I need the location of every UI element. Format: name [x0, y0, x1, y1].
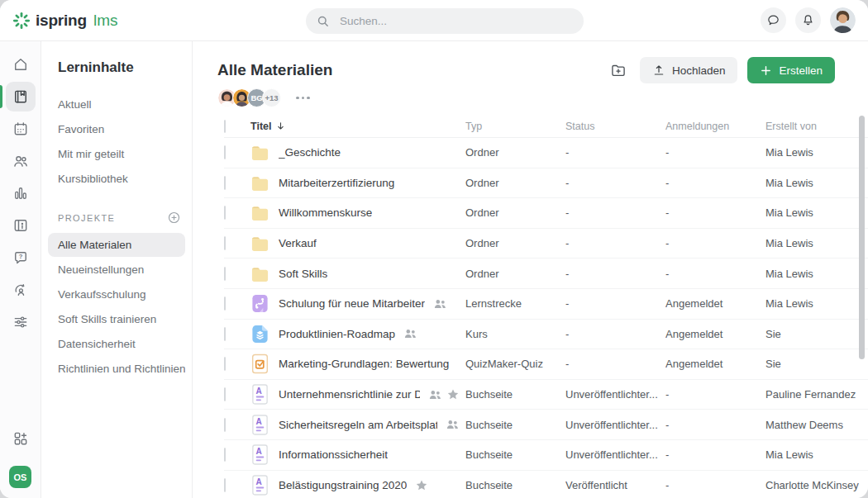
- favorite-star-icon[interactable]: [447, 389, 459, 400]
- rail-apps[interactable]: [0, 423, 41, 454]
- status-cell: -: [565, 297, 665, 310]
- page-type-icon: A: [250, 474, 269, 496]
- notifications-button[interactable]: [795, 7, 821, 33]
- messages-button[interactable]: [761, 7, 786, 33]
- status-cell: -: [565, 237, 665, 249]
- created-by-cell: Mia Lewis: [765, 237, 868, 249]
- row-checkbox[interactable]: [224, 236, 226, 250]
- table-row: Marketing-Grundlagen: Bewertung 01 QuizM…: [224, 349, 868, 380]
- type-cell: Ordner: [465, 268, 565, 280]
- global-search[interactable]: [306, 8, 584, 34]
- material-title-cell[interactable]: Marketing-Grundlagen: Bewertung 01: [250, 353, 465, 375]
- users-icon: [6, 146, 36, 176]
- project-item-richtlinien-und-richtlinien[interactable]: Richtlinien und Richtlinien: [48, 357, 185, 381]
- project-item-verkaufsschulung[interactable]: Verkaufsschulung: [48, 282, 185, 306]
- material-title-cell[interactable]: A Belästigungstraining 2020: [250, 474, 465, 496]
- sidebar-item-favoriten[interactable]: Favoriten: [48, 117, 185, 141]
- material-title-cell[interactable]: A Sicherheitsregeln am Arbeitsplatz: [250, 414, 465, 436]
- folder-plus-icon: [610, 62, 627, 78]
- collaborator-avatar-more[interactable]: +13: [262, 88, 281, 107]
- svg-text:A: A: [256, 387, 262, 396]
- column-type[interactable]: Typ: [465, 121, 565, 132]
- enrollments-cell: -: [665, 268, 765, 280]
- row-checkbox[interactable]: [224, 387, 226, 401]
- rail-users[interactable]: [0, 145, 41, 177]
- quiz-type-icon: [250, 353, 269, 375]
- status-cell: -: [565, 146, 665, 159]
- upload-button[interactable]: Hochladen: [640, 57, 738, 83]
- material-title-cell[interactable]: _Geschichte: [250, 141, 465, 164]
- sidebar-item-kursbibliothek[interactable]: Kursbibliothek: [48, 167, 185, 191]
- column-status[interactable]: Status: [565, 121, 665, 132]
- more-options-button[interactable]: [296, 97, 310, 100]
- rail-reports[interactable]: [0, 178, 41, 209]
- favorite-star-icon[interactable]: [416, 480, 427, 491]
- bar-chart-icon: [6, 178, 36, 208]
- app-logo[interactable]: ispringlms: [12, 12, 118, 30]
- material-title-cell[interactable]: Mitarbeiterzertifizierung: [250, 172, 465, 194]
- brand-name: ispring: [36, 12, 87, 30]
- row-checkbox[interactable]: [224, 448, 226, 462]
- vertical-scrollbar[interactable]: [859, 116, 865, 359]
- user-avatar[interactable]: [830, 7, 856, 33]
- rail-calendar[interactable]: [0, 113, 41, 145]
- row-checkbox[interactable]: [224, 418, 226, 432]
- row-checkbox[interactable]: [224, 206, 226, 220]
- table-row: A Unternehmensrichtlinie zur Daten... Bu…: [224, 380, 868, 410]
- table-row: A Sicherheitsregeln am Arbeitsplatz Buch…: [224, 410, 868, 440]
- workspace-badge[interactable]: OS: [9, 466, 31, 488]
- sidebar-title: Lerninhalte: [48, 59, 185, 76]
- sidebar-projects-list: Alle MaterialenNeueinstellungenVerkaufss…: [48, 233, 185, 381]
- row-checkbox[interactable]: [224, 176, 226, 190]
- row-checkbox[interactable]: [224, 327, 226, 341]
- table-body: _Geschichte Ordner - - Mia Lewis Mitarbe…: [224, 138, 868, 498]
- new-folder-button[interactable]: [607, 59, 630, 82]
- material-title-cell[interactable]: A Unternehmensrichtlinie zur Daten...: [250, 383, 465, 406]
- rail-learning-content[interactable]: [0, 81, 41, 112]
- material-title-cell[interactable]: A Informationssicherheit: [250, 443, 465, 466]
- material-title-cell[interactable]: Willkommenskurse: [250, 202, 465, 224]
- material-title-cell[interactable]: Schulung für neue Mitarbeiter: [250, 292, 465, 315]
- rail-info-portal[interactable]: [0, 210, 41, 241]
- page-title: Alle Materialien: [217, 61, 332, 79]
- book-icon: [6, 82, 36, 111]
- sliders-icon: [6, 307, 36, 337]
- table-row: _Geschichte Ordner - - Mia Lewis: [224, 138, 868, 168]
- create-button[interactable]: Erstellen: [747, 57, 835, 83]
- search-input[interactable]: [338, 14, 574, 28]
- select-all-checkbox[interactable]: [224, 120, 226, 133]
- rail-home[interactable]: [0, 49, 41, 80]
- column-created-by[interactable]: Erstellt von: [765, 121, 868, 132]
- projects-label: PROJEKTE: [58, 213, 115, 223]
- table-row: A Informationssicherheit Buchseite Unver…: [224, 440, 868, 471]
- row-checkbox[interactable]: [224, 357, 226, 371]
- rail-settings[interactable]: [0, 306, 41, 338]
- type-cell: Lernstrecke: [465, 297, 565, 310]
- column-enrollments[interactable]: Anmeldungen: [665, 121, 765, 132]
- rail-help[interactable]: ?: [0, 242, 41, 273]
- row-checkbox[interactable]: [224, 145, 226, 159]
- project-item-neueinstellungen[interactable]: Neueinstellungen: [48, 258, 185, 282]
- rail-assignments[interactable]: [0, 274, 41, 306]
- status-cell: Unveröffentlichter...: [565, 448, 665, 461]
- project-item-soft-skills-trainieren[interactable]: Soft Skills trainieren: [48, 307, 185, 331]
- material-title-cell[interactable]: Verkauf: [250, 232, 465, 254]
- row-checkbox[interactable]: [224, 267, 226, 281]
- material-title-cell[interactable]: Soft Skills: [250, 263, 465, 285]
- materials-table: Titel Typ Status Anmeldungen Erstellt vo…: [193, 115, 868, 498]
- create-label: Erstellen: [779, 64, 823, 77]
- created-by-cell: Pauline Fernandez: [765, 388, 868, 401]
- row-checkbox[interactable]: [224, 296, 226, 311]
- row-checkbox[interactable]: [224, 478, 226, 492]
- sort-descending-icon: [275, 121, 286, 131]
- column-title[interactable]: Titel: [250, 121, 465, 132]
- project-item-alle-materialen[interactable]: Alle Materialen: [48, 233, 185, 257]
- sidebar-item-mit-mir-geteilt[interactable]: Mit mir geteilt: [48, 142, 185, 166]
- sidebar-item-aktuell[interactable]: Aktuell: [48, 92, 185, 116]
- sidebar: Lerninhalte AktuellFavoritenMit mir gete…: [41, 41, 193, 498]
- ispring-spark-icon: [12, 12, 31, 30]
- material-title-cell[interactable]: Produktlinien-Roadmap: [250, 323, 465, 345]
- project-item-datensicherheit[interactable]: Datensicherheit: [48, 332, 185, 356]
- add-project-button[interactable]: [167, 211, 181, 225]
- svg-text:?: ?: [18, 253, 22, 260]
